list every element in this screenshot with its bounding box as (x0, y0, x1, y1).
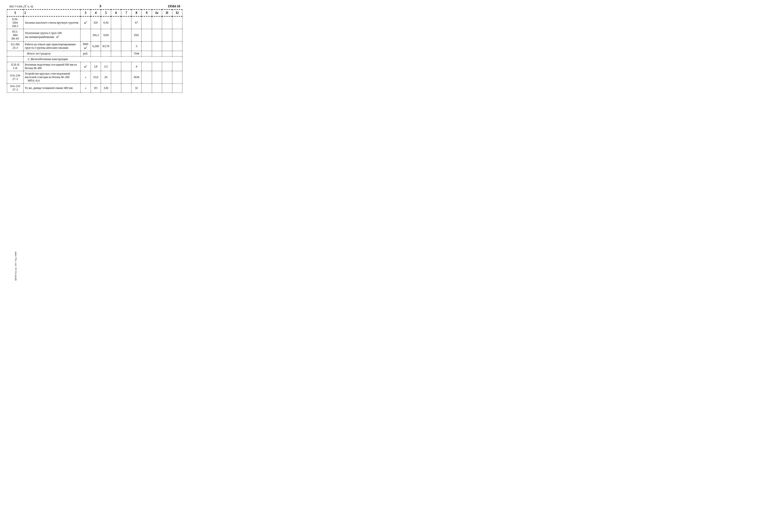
col-header-3: 3 (81, 9, 91, 16)
cell-row5-col3: « (81, 71, 91, 83)
cell-row3-col4: 0,260 (91, 42, 101, 51)
table-row: I4.6–233 27–2 То же, днища толщиной свыш… (7, 83, 182, 92)
table-row: IO.I– II84 II8–IO Уплотнение грунта I гр… (7, 29, 182, 42)
cell-row3-col8: 3 (131, 42, 141, 51)
cell-row5-col7 (121, 71, 131, 83)
cell-row1-col4: I20 (91, 16, 101, 29)
col-header-5: 5 (101, 9, 111, 16)
cell-row3-col5: IO,70 (101, 42, 111, 51)
cell-row4-col9 (141, 62, 152, 71)
cell-row1-col3: м3 (81, 16, 91, 29)
col-header-4: 4 (91, 9, 101, 16)
cell-row1-col12 (172, 16, 182, 29)
cell-sub1-col9 (141, 51, 152, 57)
cell-row6-col11 (162, 83, 172, 92)
col-header-7: 7 (121, 9, 131, 16)
cell-sub1-col6 (111, 51, 121, 57)
cell-row2-col8: I5I5 (131, 29, 141, 42)
col-header-6: 6 (111, 9, 121, 16)
cell-sub1-col12 (172, 51, 182, 57)
cell-row3-col7 (121, 42, 131, 51)
cell-row5-col2: Устройство круглых стен-подземной насосн… (23, 71, 81, 83)
cell-row4-col4: I,8 (91, 62, 101, 71)
cell-row4-col6 (111, 62, 121, 71)
cell-row4-col1: I2.II–II I–II (7, 62, 24, 71)
table-row: I3.6–234 27–3 Устройство круглых стен-по… (7, 71, 182, 83)
cell-row6-col10 (152, 83, 162, 92)
cell-row2-col11 (162, 29, 172, 42)
col-header-2: 2 (23, 9, 81, 16)
col-header-8: 8 (131, 9, 141, 16)
cell-sub1-col5 (101, 51, 111, 57)
cell-row4-col3: м3 (81, 62, 91, 71)
cell-row5-col6 (111, 71, 121, 83)
table-header-row: I 2 3 4 5 6 7 8 9 Io II I2 (7, 9, 182, 16)
cell-row6-col3: « (81, 83, 91, 92)
main-table: I 2 3 4 5 6 7 8 9 Io II I2 9.29– I264 I5… (7, 9, 182, 92)
col-header-1: I (7, 9, 24, 16)
cell-row1-col1: 9.29– I264 I58–I (7, 16, 24, 29)
cell-row5-col8: I638 (131, 71, 141, 83)
col-header-9: 9 (141, 9, 152, 16)
cell-row2-col12 (172, 29, 182, 42)
cell-row6-col1: I4.6–233 27–2 (7, 83, 24, 92)
cell-row4-col7 (121, 62, 131, 71)
cell-row6-col4: IO (91, 83, 101, 92)
table-row: Итого: по I разделу руб. 7I44 (7, 51, 182, 57)
cell-row2-col9 (141, 29, 152, 42)
cell-row3-col3: I000м3 (81, 42, 91, 51)
cell-row1-col11 (162, 16, 172, 29)
top-header: 902-7-I.84, (Ÿ. к. 6) 9 19504-10 (7, 5, 182, 8)
cell-row6-col9 (141, 83, 152, 92)
cell-row6-col6 (111, 83, 121, 92)
cell-row5-col1: I3.6–234 27–3 (7, 71, 24, 83)
cell-sub1-col10 (152, 51, 162, 57)
cell-row2-col3 (81, 29, 91, 42)
cell-sec2-title: 2. Железобетонные конструкции (23, 57, 182, 62)
table-row: I2.II–II I–II Бетонная подготовка тол-щи… (7, 62, 182, 71)
cell-row4-col8: 4 (131, 62, 141, 71)
doc-number: 902-7-I.84, (Ÿ. к. 6) (9, 5, 33, 8)
cell-sub1-col11 (162, 51, 172, 57)
cell-row6-col2: То же, днища толщиной свыше 400 мм (23, 83, 81, 92)
table-row: 2. Железобетонные конструкции (7, 57, 182, 62)
table-row: II.I–I94 25–I Работа на отвале при транс… (7, 42, 182, 51)
cell-row5-col9 (141, 71, 152, 83)
cell-row2-col10 (152, 29, 162, 42)
cell-row1-col6 (111, 16, 121, 29)
cell-row4-col2: Бетонная подготовка тол-щиной I00 мм из … (23, 62, 81, 71)
cell-row4-col10 (152, 62, 162, 71)
col-header-12: I2 (172, 9, 182, 16)
cell-row5-col11 (162, 71, 172, 83)
cell-row4-col11 (162, 62, 172, 71)
cell-row2-col1: IO.I– II84 II8–IO (7, 29, 24, 42)
cell-row1-col8: 67 (131, 16, 141, 29)
cell-row3-col1: II.I–I94 25–I (7, 42, 24, 51)
cell-row4-col5: 2,5 (101, 62, 111, 71)
cell-row1-col9 (141, 16, 152, 29)
cell-row5-col4: 53,0 (91, 71, 101, 83)
cell-row2-col6 (111, 29, 121, 42)
cell-sub1-col8: 7I44 (131, 51, 141, 57)
cell-row3-col9 (141, 42, 152, 51)
cell-sub1-col4 (91, 51, 101, 57)
cell-row1-col7 (121, 16, 131, 29)
cell-row5-col12 (172, 71, 182, 83)
cell-row6-col5: 3,I6 (101, 83, 111, 92)
cell-row1-col2: Засыпка шахтного ствола вручную грунтом (23, 16, 81, 29)
cell-row2-col5: 9,69 (101, 29, 111, 42)
cell-sub1-col2: Итого: по I разделу (23, 51, 81, 57)
col-header-10: Io (152, 9, 162, 16)
cell-sec2-col1 (7, 57, 24, 62)
cell-sub1-col1 (7, 51, 24, 57)
col-header-11: II (162, 9, 172, 16)
cell-row1-col5: 0,56 (101, 16, 111, 29)
cell-row6-col8: 32 (131, 83, 141, 92)
cell-row3-col11 (162, 42, 172, 51)
cell-sub1-col7 (121, 51, 131, 57)
cell-row4-col12 (172, 62, 182, 71)
cell-row5-col10 (152, 71, 162, 83)
cell-row2-col2: Уплотнение грунта I груп-100пы пневмотра… (23, 29, 81, 42)
cell-row5-col5: 26 (101, 71, 111, 83)
cell-row1-col10 (152, 16, 162, 29)
